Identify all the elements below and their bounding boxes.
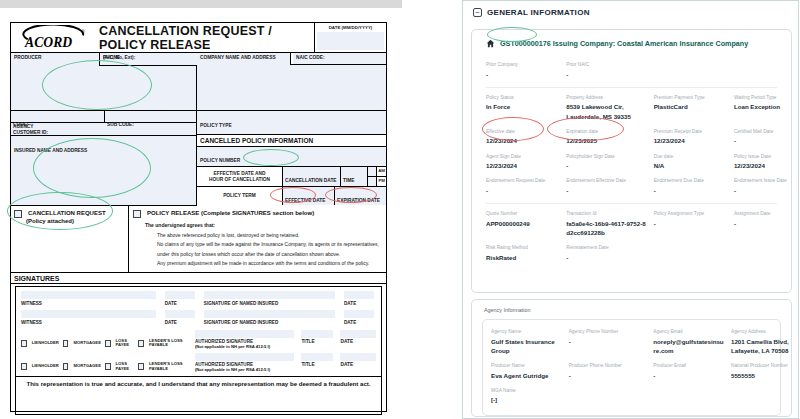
time-field[interactable]: TIME — [341, 167, 368, 186]
witness-date-input[interactable] — [165, 310, 195, 318]
insured-name-address-field[interactable]: INSURED NAME AND ADDRESS — [11, 136, 196, 206]
field-risk-rating-method: Risk Rating MethodRiskRated — [486, 245, 560, 262]
am-checkbox[interactable] — [368, 167, 377, 176]
signatures-header: SIGNATURES — [11, 273, 386, 284]
subcode-field[interactable]: SUB CODE: — [105, 111, 196, 122]
field-agency-email: Agency Emailnoreply@gulfstatesinsure.com — [653, 329, 725, 355]
expiration-date-field[interactable]: EXPIRATION DATE — [335, 187, 386, 205]
auth-date-input[interactable] — [340, 353, 376, 361]
policy-type-field[interactable]: POLICY TYPE — [197, 111, 386, 135]
lenders-loss-payable-checkbox[interactable] — [138, 363, 144, 370]
divider — [486, 203, 777, 204]
naic-code-field[interactable]: NAIC CODE: — [290, 53, 386, 65]
cancellation-date-field[interactable]: CANCELLATION DATE — [283, 167, 341, 186]
agency-info-card: Agency Information Agency NameGulf State… — [471, 299, 792, 417]
agency-customer-id-field[interactable]: AGENCY CUSTOMER ID: — [11, 123, 196, 136]
field-property-address: Property Address8539 Lakewood Cir, Laude… — [566, 95, 647, 121]
authorized-signature-input[interactable] — [195, 353, 294, 361]
acord-logo: ACORD ® — [11, 23, 99, 52]
form-title: CANCELLATION REQUEST / POLICY RELEASE — [99, 23, 314, 52]
signatures-box: WITNESS DATE SIGNATURE OF NAMED INSURED … — [15, 286, 382, 415]
company-label: COMPANY NAME AND ADDRESS — [200, 55, 276, 61]
field-expiration-date: Expiration date12/23/2025 — [566, 129, 647, 146]
cancellation-request-checkbox[interactable] — [14, 210, 22, 218]
insured-signature-input[interactable] — [204, 291, 335, 299]
producer-field[interactable]: PRODUCER PHONE (A/C, No, Ext): — [11, 53, 196, 111]
witness-signature-input[interactable] — [21, 291, 156, 299]
title-input[interactable] — [301, 353, 333, 361]
field-policy-assignment-type: Policy Assignment Type- — [654, 211, 728, 237]
agreement-text: The undersigned agrees that: The above r… — [133, 221, 382, 269]
field-producer-name: Producer NameEva Agent Gutridge — [491, 363, 563, 380]
viewer-top-strip — [0, 0, 402, 8]
field-mga-name: MGA Name[-] — [491, 388, 563, 405]
policy-info-card: GST000000176 Issuing Company: Coastal Am… — [471, 29, 792, 293]
insured-date-input[interactable] — [344, 291, 374, 299]
pm-checkbox[interactable] — [368, 177, 377, 186]
field-effective-date: Effective date12/23/2024 — [486, 129, 560, 146]
field-prior-company: Prior Company- — [486, 62, 560, 79]
field-national-producer-number: National Producer Number5555555 — [731, 363, 790, 380]
svg-text:®: ® — [81, 29, 85, 35]
phone-field[interactable]: PHONE (A/C, No, Ext): — [99, 53, 199, 66]
authorized-signature-label: AUTHORIZED SIGNATURE (Not applicable in … — [195, 339, 294, 349]
authorized-signature-input[interactable] — [195, 330, 294, 338]
date-box: DATE (MM/DD/YYYY) — [314, 23, 386, 52]
field-quote-number: Quote NumberAPP000000249 — [486, 211, 560, 237]
panel-title: GENERAL INFORMATION — [487, 8, 590, 17]
collapse-section-button[interactable]: − — [473, 8, 482, 17]
mortgagee-checkbox[interactable] — [63, 363, 69, 370]
phone-label-2: (A/C, No, Ext): — [103, 55, 135, 61]
lienholder-checkbox[interactable] — [21, 363, 27, 370]
producer-label: PRODUCER — [14, 55, 41, 61]
field-agency-address: Agency Address1201 Camellia Blvd, Lafaye… — [731, 329, 790, 355]
company-name-address-field[interactable]: COMPANY NAME AND ADDRESS NAIC CODE: — [197, 53, 386, 111]
mortgagee-checkbox[interactable] — [63, 340, 69, 347]
code-field[interactable]: CODE: — [11, 111, 105, 122]
field-producer-email: Producer Email- — [653, 363, 725, 380]
agency-info-inner: Agency NameGulf States Insurance Group A… — [482, 319, 781, 416]
date-label: DATE (MM/DD/YYYY) — [315, 23, 386, 30]
effective-hour-cell: EFFECTIVE DATE AND HOUR OF CANCELLATION — [197, 167, 283, 186]
acord-cancellation-form: ACORD ® CANCELLATION REQUEST / POLICY RE… — [10, 22, 387, 412]
authorized-signature-label: AUTHORIZED SIGNATURE (Not applicable in … — [195, 362, 294, 372]
loss-payee-checkbox[interactable] — [105, 340, 111, 347]
auth-date-input[interactable] — [340, 330, 376, 338]
lienholder-checkbox[interactable] — [21, 340, 27, 347]
lenders-loss-payable-checkbox[interactable] — [138, 340, 144, 347]
date-input[interactable] — [317, 32, 384, 50]
policy-release-cell: POLICY RELEASE (Complete SIGNATURES sect… — [129, 206, 386, 272]
field-agency-name: Agency NameGulf States Insurance Group — [491, 329, 563, 355]
field-agent-sign-date: Agent Sign Date12/23/2024 — [486, 154, 560, 171]
field-endorsement-effective-date: Endorsement Effective Date- — [566, 178, 647, 195]
field-prior-naic: Prior NAIC- — [566, 62, 647, 79]
form-header: ACORD ® CANCELLATION REQUEST / POLICY RE… — [11, 23, 386, 53]
acord-logo-swoosh: ACORD ® — [22, 25, 88, 51]
field-premium-receipt-date: Premium Receipt Date12/23/2024 — [654, 129, 728, 146]
am-pm-cell: AM PM — [368, 167, 386, 186]
fraud-statement: This representation is true and accurate… — [16, 376, 381, 390]
field-endorsement-request-date: Endorsement Request Date- — [486, 178, 560, 195]
policy-release-checkbox[interactable] — [133, 210, 141, 218]
witness-date-input[interactable] — [165, 291, 195, 299]
field-policy-status: Policy StatusIn Force — [486, 95, 560, 121]
loss-payee-checkbox[interactable] — [105, 363, 111, 370]
effective-date-field[interactable]: EFFECTIVE DATE — [283, 187, 335, 205]
field-endorsement-issue-date: Endorsement Issue Date- — [734, 178, 792, 195]
field-policyholder-sign-date: Policyholder Sign Date- — [566, 154, 647, 171]
title-input[interactable] — [301, 330, 333, 338]
field-waiting-period-type: Waiting Period TypeLoan Exception — [734, 95, 792, 121]
field-due-date: Due dateN/A — [654, 154, 728, 171]
field-reinstatement-date: Reinstatement Date- — [566, 245, 647, 262]
field-agency-phone: Agency Phone Number- — [569, 329, 648, 355]
field-premium-payment-type: Premium Payment TypePlasticCard — [654, 95, 728, 121]
home-icon — [486, 39, 495, 48]
policy-number-text[interactable]: GST000000176 — [500, 39, 551, 48]
policy-heading-link[interactable]: GST000000176 Issuing Company: Coastal Am… — [500, 39, 748, 48]
witness-signature-input[interactable] — [21, 310, 156, 318]
agency-info-header: Agency Information — [472, 300, 791, 313]
insured-date-input[interactable] — [344, 310, 374, 318]
policy-number-field[interactable]: POLICY NUMBER — [197, 147, 386, 167]
insured-signature-input[interactable] — [204, 310, 335, 318]
field-endorsement-due-date: Endorsement Due Date- — [654, 178, 728, 195]
